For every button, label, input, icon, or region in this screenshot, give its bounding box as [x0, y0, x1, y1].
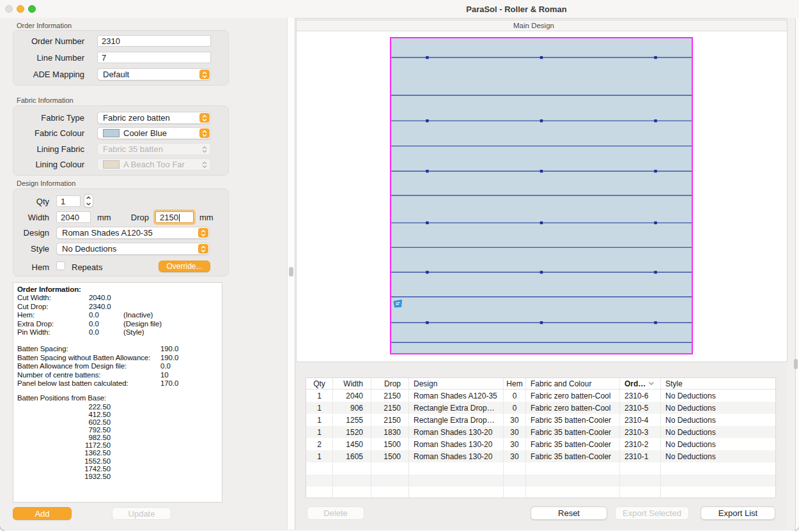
cell-qty[interactable] — [306, 475, 333, 487]
cell-style[interactable] — [661, 462, 775, 475]
table-row[interactable]: 1 906 2150 Rectangle Extra Drop… 0 Fabri… — [306, 402, 775, 414]
window-minimize-button[interactable] — [17, 5, 24, 13]
cell-design[interactable]: Roman Shades 130-20 — [409, 450, 504, 462]
style-select[interactable]: No Deductions — [56, 243, 210, 255]
cell-order[interactable] — [620, 475, 661, 487]
cell-width[interactable]: 906 — [333, 402, 371, 414]
order-output-box[interactable]: Order Information: Cut Width:2040.0 Cut … — [13, 282, 222, 503]
cell-fabric[interactable] — [526, 462, 620, 475]
fabric-type-select[interactable]: Fabric zero batten — [97, 112, 211, 124]
column-header-qty[interactable]: Qty — [306, 378, 333, 389]
shade-drawing[interactable] — [390, 37, 693, 354]
cell-design[interactable]: Rectangle Extra Drop… — [409, 402, 504, 414]
table-row[interactable] — [306, 487, 775, 498]
cell-drop[interactable] — [371, 462, 409, 475]
column-header-drop[interactable]: Drop — [371, 378, 409, 389]
column-header-design[interactable]: Design — [409, 378, 504, 389]
cell-hem[interactable]: 30 — [504, 450, 526, 462]
table-row[interactable]: 1 2040 2150 Roman Shades A120-35 0 Fabri… — [306, 390, 775, 402]
cell-drop[interactable]: 2150 — [371, 414, 409, 426]
line-number-field[interactable]: 7 — [97, 52, 211, 63]
cell-design[interactable]: Roman Shades 130-20 — [409, 438, 504, 450]
order-number-field[interactable]: 2310 — [97, 35, 211, 47]
cell-qty[interactable]: 2 — [306, 438, 333, 450]
width-field[interactable]: 2040 — [56, 211, 91, 223]
cell-design[interactable]: Roman Shades A120-35 — [409, 390, 504, 402]
cell-design[interactable] — [409, 462, 504, 475]
table-row[interactable] — [306, 462, 775, 475]
cell-width[interactable]: 1450 — [333, 438, 371, 450]
left-scrollbar-thumb[interactable] — [289, 267, 293, 277]
cell-width[interactable] — [333, 487, 371, 498]
override-button[interactable]: Override... — [159, 261, 210, 272]
column-header-order[interactable]: Ord… — [620, 378, 661, 389]
cell-hem[interactable]: 30 — [504, 438, 526, 450]
cell-fabric[interactable]: Fabric zero batten-Cool — [526, 402, 620, 414]
design-select[interactable]: Roman Shades A120-35 — [56, 227, 210, 239]
qty-field[interactable]: 1 — [56, 195, 81, 207]
cell-width[interactable] — [333, 462, 371, 475]
cell-style[interactable]: No Deductions — [661, 402, 775, 414]
cell-style[interactable] — [661, 487, 775, 498]
cell-order[interactable]: 2310-3 — [620, 426, 661, 438]
cell-order[interactable]: 2310-6 — [620, 390, 661, 402]
cell-drop[interactable]: 1830 — [371, 426, 409, 438]
table-row[interactable]: 1 1520 1830 Roman Shades 130-20 30 Fabri… — [306, 426, 775, 438]
cell-drop[interactable] — [371, 475, 409, 487]
cell-fabric[interactable] — [526, 487, 620, 498]
column-header-hem[interactable]: Hem — [504, 378, 526, 389]
cell-qty[interactable]: 1 — [306, 450, 333, 462]
column-header-style[interactable]: Style — [661, 378, 775, 389]
cell-drop[interactable]: 1500 — [371, 450, 409, 462]
cell-qty[interactable]: 1 — [306, 390, 333, 402]
cell-order[interactable]: 2310-2 — [620, 438, 661, 450]
cell-hem[interactable]: 0 — [504, 402, 526, 414]
cell-hem[interactable] — [504, 475, 526, 487]
table-row[interactable]: 1 1605 1500 Roman Shades 130-20 30 Fabri… — [306, 450, 775, 462]
cell-drop[interactable] — [371, 487, 409, 498]
cell-design[interactable] — [409, 475, 504, 487]
cell-hem[interactable]: 30 — [504, 414, 526, 426]
cell-fabric[interactable]: Fabric 35 batten-Cooler — [526, 450, 620, 462]
cell-order[interactable]: 2310-4 — [620, 414, 661, 426]
ade-mapping-select[interactable]: Default — [97, 68, 211, 80]
reset-button[interactable]: Reset — [531, 506, 607, 520]
right-scrollbar-thumb[interactable] — [794, 359, 798, 369]
cell-drop[interactable]: 2150 — [371, 390, 409, 402]
table-row[interactable]: 1 1255 2150 Rectangle Extra Drop… 30 Fab… — [306, 414, 775, 426]
cell-fabric[interactable]: Fabric 35 batten-Cooler — [526, 438, 620, 450]
cell-style[interactable]: No Deductions — [661, 438, 775, 450]
cell-width[interactable]: 1520 — [333, 426, 371, 438]
cell-design[interactable]: Roman Shades 130-20 — [409, 426, 504, 438]
cell-hem[interactable] — [504, 462, 526, 475]
cell-hem[interactable] — [504, 487, 526, 498]
cell-fabric[interactable]: Fabric zero batten-Cool — [526, 390, 620, 402]
cell-width[interactable] — [333, 475, 371, 487]
export-list-button[interactable]: Export List — [701, 506, 775, 520]
cell-style[interactable]: No Deductions — [661, 426, 775, 438]
fabric-colour-select[interactable]: Cooler Blue — [97, 127, 211, 139]
column-header-fabric[interactable]: Fabric and Colour — [526, 378, 620, 389]
cell-fabric[interactable]: Fabric 35 batten-Cooler — [526, 426, 620, 438]
cell-design[interactable]: Rectangle Extra Drop… — [409, 414, 504, 426]
qty-stepper[interactable] — [84, 194, 93, 208]
table-row[interactable] — [306, 475, 775, 487]
cell-qty[interactable]: 1 — [306, 426, 333, 438]
cell-qty[interactable] — [306, 462, 333, 475]
cell-width[interactable]: 1605 — [333, 450, 371, 462]
cell-order[interactable] — [620, 462, 661, 475]
column-header-width[interactable]: Width — [333, 378, 371, 389]
cell-qty[interactable] — [306, 487, 333, 498]
cell-style[interactable]: No Deductions — [661, 390, 775, 402]
cell-order[interactable]: 2310-1 — [620, 450, 661, 462]
cell-fabric[interactable]: Fabric 35 batten-Cooler — [526, 414, 620, 426]
cell-hem[interactable]: 30 — [504, 426, 526, 438]
cell-style[interactable] — [661, 475, 775, 487]
cell-style[interactable]: No Deductions — [661, 450, 775, 462]
cell-drop[interactable]: 2150 — [371, 402, 409, 414]
cell-order[interactable]: 2310-5 — [620, 402, 661, 414]
cell-hem[interactable]: 0 — [504, 390, 526, 402]
drop-field[interactable]: 2150 — [155, 211, 194, 223]
cell-design[interactable] — [409, 487, 504, 498]
note-marker-icon[interactable] — [393, 299, 403, 307]
